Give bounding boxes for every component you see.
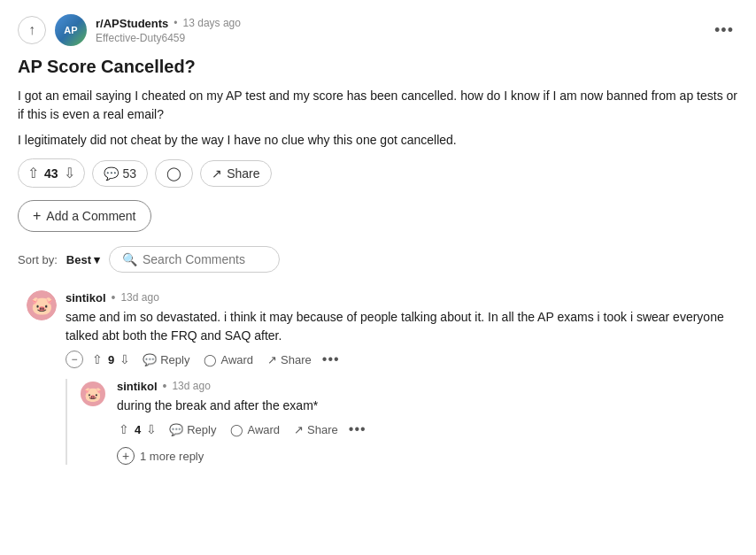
comment-meta: sintikol • 13d ago xyxy=(66,290,729,304)
reply-share-label: Share xyxy=(307,423,338,436)
sort-search-bar: Sort by: Best ▾ 🔍 xyxy=(18,246,738,273)
award-icon: ◯ xyxy=(166,166,181,181)
comments-section: 🐷 sintikol • 13d ago same and im so deva… xyxy=(18,290,738,465)
reply-share-icon: ↗ xyxy=(294,423,304,436)
reply-author: sintikol xyxy=(117,380,158,393)
comment-share-label: Share xyxy=(281,353,312,366)
sort-label: Sort by: xyxy=(18,253,58,266)
reply-meta: sintikol • 13d ago xyxy=(117,379,729,393)
reply-more-button[interactable]: ••• xyxy=(349,421,366,437)
reply-more-icon: ••• xyxy=(349,421,366,436)
comment-icon: 💬 xyxy=(104,166,119,181)
sort-dropdown[interactable]: Best ▾ xyxy=(66,253,100,266)
more-options-button[interactable]: ••• xyxy=(710,16,738,44)
chevron-down-icon: ▾ xyxy=(94,253,100,266)
plus-icon: + xyxy=(33,208,41,224)
reply-vote-count: 4 xyxy=(135,423,141,436)
post-author: Effective-Duty6459 xyxy=(96,32,185,44)
reply-item: 🐷 sintikol • 13d ago during the break an… xyxy=(78,379,729,438)
post-time: 13 days ago xyxy=(183,17,241,29)
reply-icon: 💬 xyxy=(143,353,157,366)
comment-downvote[interactable]: ⇩ xyxy=(118,351,132,368)
reply-award-label: Award xyxy=(247,423,280,436)
reply-avatar: 🐷 xyxy=(78,379,108,409)
avatar-image: 🐷 xyxy=(27,290,57,320)
upvote-button[interactable]: ⇧ xyxy=(27,165,39,181)
reply-award-icon: ◯ xyxy=(230,423,243,436)
comment-count: 53 xyxy=(123,166,137,181)
comment-award-button[interactable]: ◯ Award xyxy=(200,351,257,368)
more-replies-icon: + xyxy=(117,447,135,465)
share-button[interactable]: ↗ Share xyxy=(200,160,271,187)
search-comments-input[interactable] xyxy=(143,252,266,266)
reply-vote: ⇧ 4 ⇩ xyxy=(117,420,158,438)
comment-content: sintikol • 13d ago same and im so devast… xyxy=(66,290,729,368)
comment-more-icon: ••• xyxy=(322,351,340,366)
share-label: Share xyxy=(227,166,259,181)
reply-reply-label: Reply xyxy=(187,423,216,436)
back-icon: ↑ xyxy=(28,22,35,38)
more-replies[interactable]: + 1 more reply xyxy=(117,447,729,465)
reply-upvote[interactable]: ⇧ xyxy=(117,420,131,438)
reply-actions: ⇧ 4 ⇩ 💬 Reply ◯ Award ↗ xyxy=(117,420,729,438)
vote-controls: ⇧ 43 ⇩ xyxy=(18,158,85,188)
post-body-line2: I legitimately did not cheat by the way … xyxy=(18,131,738,150)
reply-share-button[interactable]: ↗ Share xyxy=(290,421,342,438)
comment-author: sintikol xyxy=(66,291,106,304)
reply-text: during the break and after the exam* xyxy=(117,397,729,415)
comment-item: 🐷 sintikol • 13d ago same and im so deva… xyxy=(27,290,729,368)
comment-vote: ⇧ 9 ⇩ xyxy=(90,351,132,368)
reply-content: sintikol • 13d ago during the break and … xyxy=(117,379,729,438)
post-title: AP Score Cancelled? xyxy=(18,55,738,78)
back-button[interactable]: ↑ xyxy=(18,16,46,44)
reply-reply-icon: 💬 xyxy=(169,423,183,436)
award-button[interactable]: ◯ xyxy=(155,159,193,188)
reply-award-button[interactable]: ◯ Award xyxy=(227,421,283,438)
reply-downvote[interactable]: ⇩ xyxy=(144,420,158,438)
comment-more-button[interactable]: ••• xyxy=(322,351,340,367)
comment-text: same and im so devastated. i think it ma… xyxy=(66,308,729,345)
comment-actions: − ⇧ 9 ⇩ 💬 Reply ◯ Award xyxy=(66,351,729,368)
post-body: I got an email saying I cheated on my AP… xyxy=(18,87,738,150)
add-comment-button[interactable]: + Add a Comment xyxy=(18,200,151,232)
reply-avatar-image: 🐷 xyxy=(81,382,105,406)
comment-award-icon: ◯ xyxy=(204,353,217,366)
post-meta: r/APStudents • 13 days ago Effective-Dut… xyxy=(96,17,701,44)
comment-share-icon: ↗ xyxy=(267,353,277,366)
vote-count: 43 xyxy=(44,166,58,181)
reply-label: Reply xyxy=(160,353,189,366)
more-dots-icon: ••• xyxy=(714,21,734,40)
comment-reply-button[interactable]: 💬 Reply xyxy=(139,351,193,368)
post-header: ↑ AP r/APStudents • 13 days ago Effectiv… xyxy=(18,14,738,46)
comment-share-button[interactable]: ↗ Share xyxy=(264,351,315,368)
comment-award-label: Award xyxy=(220,353,253,366)
post-actions: ⇧ 43 ⇩ 💬 53 ◯ ↗ Share xyxy=(18,158,738,188)
reply-time: 13d ago xyxy=(172,380,210,392)
downvote-button[interactable]: ⇩ xyxy=(64,165,75,181)
collapse-button[interactable]: − xyxy=(66,351,83,368)
comments-button[interactable]: 💬 53 xyxy=(92,160,149,187)
comment-upvote[interactable]: ⇧ xyxy=(90,351,104,368)
collapse-icon: − xyxy=(71,353,77,366)
post-body-line1: I got an email saying I cheated on my AP… xyxy=(18,87,738,124)
subreddit-name[interactable]: r/APStudents xyxy=(96,17,168,30)
comment-avatar: 🐷 xyxy=(27,290,57,320)
sort-value: Best xyxy=(66,253,91,266)
add-comment-label: Add a Comment xyxy=(46,209,135,223)
search-comments-pill[interactable]: 🔍 xyxy=(109,246,280,273)
subreddit-avatar: AP xyxy=(55,14,87,46)
reply-reply-button[interactable]: 💬 Reply xyxy=(166,421,220,438)
reply-thread: 🐷 sintikol • 13d ago during the break an… xyxy=(66,379,729,465)
comment-time: 13d ago xyxy=(120,291,158,304)
share-icon: ↗ xyxy=(212,166,222,181)
search-icon: 🔍 xyxy=(122,252,137,266)
comment-vote-count: 9 xyxy=(108,353,114,366)
more-replies-label: 1 more reply xyxy=(140,450,204,463)
